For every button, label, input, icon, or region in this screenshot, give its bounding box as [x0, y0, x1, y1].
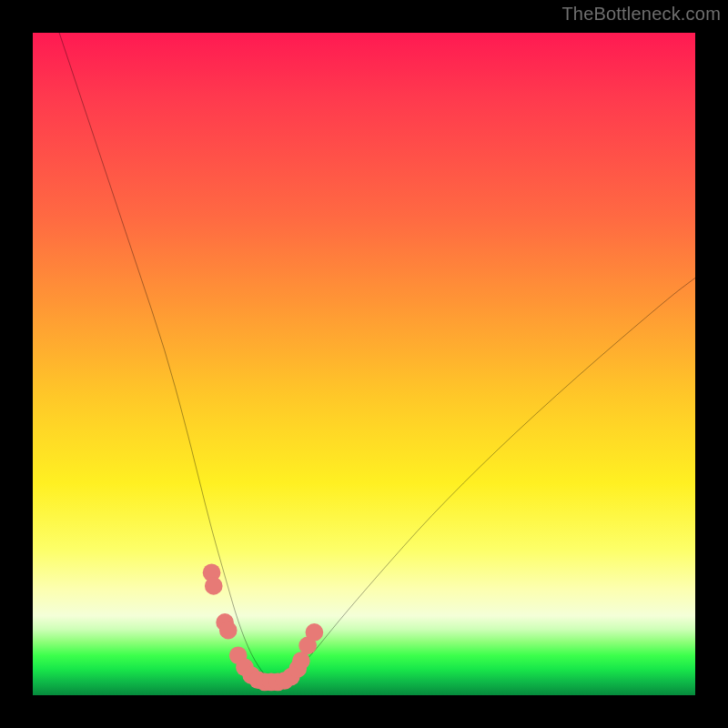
plot-area [33, 33, 695, 695]
chart-svg [33, 33, 695, 695]
bottleneck-curve [59, 33, 695, 682]
gpu-points-group [203, 563, 323, 691]
gpu-point [292, 652, 310, 670]
chart-frame: TheBottleneck.com [0, 0, 728, 728]
gpu-point [219, 622, 238, 640]
gpu-point [205, 577, 223, 595]
watermark-text: TheBottleneck.com [561, 4, 721, 25]
gpu-point [306, 623, 324, 642]
